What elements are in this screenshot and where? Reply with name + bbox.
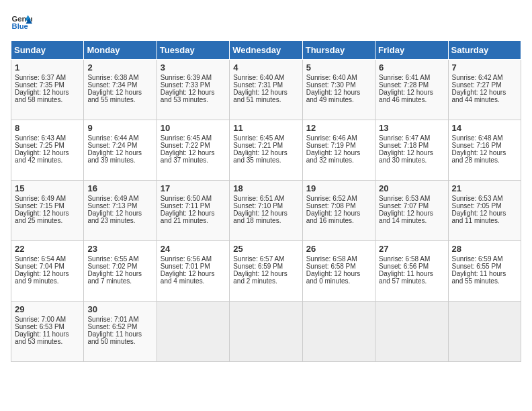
daylight-label: Daylight: 12 hours and 2 minutes. [233, 270, 287, 285]
day-number: 18 [233, 183, 298, 193]
sunset: Sunset: 7:25 PM [15, 142, 64, 149]
header-monday: Monday [84, 41, 157, 60]
calendar-cell: 4Sunrise: 6:40 AMSunset: 7:31 PMDaylight… [230, 60, 302, 120]
week-row-4: 22Sunrise: 6:54 AMSunset: 7:04 PMDayligh… [11, 241, 521, 302]
calendar-cell: 18Sunrise: 6:51 AMSunset: 7:10 PMDayligh… [230, 181, 302, 241]
day-number: 22 [15, 244, 80, 254]
sunrise: Sunrise: 6:53 AM [379, 195, 430, 202]
sunrise: Sunrise: 6:58 AM [306, 255, 357, 263]
sunset: Sunset: 7:05 PM [452, 202, 502, 210]
sunset: Sunset: 7:33 PM [161, 81, 210, 89]
sunset: Sunset: 7:28 PM [379, 81, 429, 89]
day-number: 29 [15, 304, 80, 314]
day-number: 28 [452, 244, 517, 254]
header-tuesday: Tuesday [157, 41, 229, 60]
calendar-cell: 1Sunrise: 6:37 AMSunset: 7:35 PMDaylight… [11, 60, 84, 120]
sunrise: Sunrise: 6:42 AM [452, 74, 503, 81]
day-number: 5 [306, 62, 371, 73]
day-number: 16 [87, 183, 152, 193]
header-saturday: Saturday [448, 41, 521, 60]
calendar-cell: 13Sunrise: 6:47 AMSunset: 7:18 PMDayligh… [375, 120, 448, 181]
daylight-label: Daylight: 12 hours and 30 minutes. [379, 149, 433, 164]
week-row-3: 15Sunrise: 6:49 AMSunset: 7:15 PMDayligh… [11, 181, 521, 241]
sunset: Sunset: 7:16 PM [452, 142, 502, 149]
calendar-cell: 6Sunrise: 6:41 AMSunset: 7:28 PMDaylight… [375, 60, 448, 120]
calendar-cell: 5Sunrise: 6:40 AMSunset: 7:30 PMDaylight… [302, 60, 375, 120]
daylight-label: Daylight: 12 hours and 0 minutes. [306, 270, 361, 285]
daylight-label: Daylight: 12 hours and 25 minutes. [15, 210, 69, 224]
calendar-cell: 9Sunrise: 6:44 AMSunset: 7:24 PMDaylight… [84, 120, 157, 181]
sunset: Sunset: 7:35 PM [15, 81, 64, 89]
sunrise: Sunrise: 6:41 AM [379, 74, 430, 81]
daylight-label: Daylight: 11 hours and 53 minutes. [15, 330, 69, 345]
sunrise: Sunrise: 6:49 AM [87, 195, 138, 202]
calendar-cell: 2Sunrise: 6:38 AMSunset: 7:34 PMDaylight… [84, 60, 157, 120]
day-number: 17 [161, 183, 226, 193]
daylight-label: Daylight: 12 hours and 49 minutes. [306, 89, 361, 103]
daylight-label: Daylight: 11 hours and 50 minutes. [87, 330, 142, 345]
daylight-label: Daylight: 12 hours and 28 minutes. [452, 149, 506, 164]
sunset: Sunset: 7:02 PM [87, 263, 137, 270]
day-number: 4 [233, 62, 298, 73]
header-sunday: Sunday [11, 41, 84, 60]
day-number: 21 [452, 183, 517, 193]
day-number: 14 [452, 123, 517, 133]
sunrise: Sunrise: 6:54 AM [15, 255, 66, 263]
calendar-cell: 11Sunrise: 6:45 AMSunset: 7:21 PMDayligh… [230, 120, 302, 181]
sunrise: Sunrise: 6:43 AM [15, 134, 66, 142]
calendar-cell: 3Sunrise: 6:39 AMSunset: 7:33 PMDaylight… [157, 60, 229, 120]
sunrise: Sunrise: 6:52 AM [306, 195, 357, 202]
calendar-cell [157, 302, 229, 362]
daylight-label: Daylight: 12 hours and 11 minutes. [452, 210, 506, 224]
calendar-cell [375, 302, 448, 362]
calendar-cell [302, 302, 375, 362]
calendar-header-row: SundayMondayTuesdayWednesdayThursdayFrid… [11, 41, 521, 60]
sunrise: Sunrise: 6:45 AM [233, 134, 284, 142]
page-header: General Blue [11, 11, 521, 32]
sunrise: Sunrise: 6:40 AM [233, 74, 284, 81]
daylight-label: Daylight: 12 hours and 32 minutes. [306, 149, 361, 164]
sunset: Sunset: 7:22 PM [161, 142, 210, 149]
daylight-label: Daylight: 12 hours and 21 minutes. [161, 210, 215, 224]
day-number: 26 [306, 244, 371, 254]
calendar-cell: 15Sunrise: 6:49 AMSunset: 7:15 PMDayligh… [11, 181, 84, 241]
calendar-cell: 25Sunrise: 6:57 AMSunset: 6:59 PMDayligh… [230, 241, 302, 302]
daylight-label: Daylight: 12 hours and 16 minutes. [306, 210, 361, 224]
calendar-cell: 17Sunrise: 6:50 AMSunset: 7:11 PMDayligh… [157, 181, 229, 241]
week-row-1: 1Sunrise: 6:37 AMSunset: 7:35 PMDaylight… [11, 60, 521, 120]
sunset: Sunset: 7:18 PM [379, 142, 429, 149]
sunset: Sunset: 7:24 PM [87, 142, 137, 149]
sunrise: Sunrise: 6:50 AM [161, 195, 212, 202]
sunrise: Sunrise: 6:39 AM [161, 74, 212, 81]
day-number: 9 [87, 123, 152, 133]
calendar-cell: 7Sunrise: 6:42 AMSunset: 7:27 PMDaylight… [448, 60, 521, 120]
calendar-cell: 21Sunrise: 6:53 AMSunset: 7:05 PMDayligh… [448, 181, 521, 241]
daylight-label: Daylight: 12 hours and 9 minutes. [15, 270, 69, 285]
sunset: Sunset: 6:52 PM [87, 323, 137, 330]
sunset: Sunset: 7:15 PM [15, 202, 64, 210]
calendar-cell: 19Sunrise: 6:52 AMSunset: 7:08 PMDayligh… [302, 181, 375, 241]
sunset: Sunset: 7:30 PM [306, 81, 356, 89]
day-number: 23 [87, 244, 152, 254]
sunset: Sunset: 7:01 PM [161, 263, 210, 270]
day-number: 27 [379, 244, 444, 254]
sunrise: Sunrise: 6:37 AM [15, 74, 66, 81]
day-number: 25 [233, 244, 298, 254]
daylight-label: Daylight: 12 hours and 14 minutes. [379, 210, 433, 224]
calendar-cell: 23Sunrise: 6:55 AMSunset: 7:02 PMDayligh… [84, 241, 157, 302]
sunset: Sunset: 7:07 PM [379, 202, 429, 210]
calendar-cell: 14Sunrise: 6:48 AMSunset: 7:16 PMDayligh… [448, 120, 521, 181]
day-number: 11 [233, 123, 298, 133]
sunset: Sunset: 6:59 PM [233, 263, 283, 270]
day-number: 3 [161, 62, 226, 73]
sunset: Sunset: 7:08 PM [306, 202, 356, 210]
daylight-label: Daylight: 12 hours and 39 minutes. [87, 149, 142, 164]
daylight-label: Daylight: 12 hours and 18 minutes. [233, 210, 287, 224]
sunset: Sunset: 6:53 PM [15, 323, 64, 330]
svg-text:Blue: Blue [12, 22, 28, 30]
daylight-label: Daylight: 12 hours and 35 minutes. [233, 149, 287, 164]
day-number: 1 [15, 62, 80, 73]
sunrise: Sunrise: 6:51 AM [233, 195, 284, 202]
sunrise: Sunrise: 6:56 AM [161, 255, 212, 263]
day-number: 8 [15, 123, 80, 133]
